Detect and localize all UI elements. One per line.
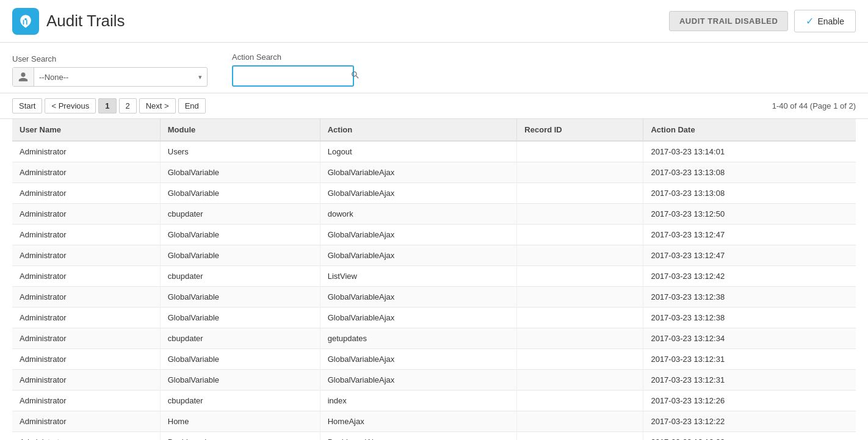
cell-14-0: Administrator bbox=[12, 432, 160, 441]
cell-2-2: GlobalVariableAjax bbox=[320, 183, 517, 204]
search-row: User Search --None-- ▾ Action Search bbox=[12, 52, 856, 87]
cell-1-1: GlobalVariable bbox=[160, 162, 320, 183]
start-button[interactable]: Start bbox=[12, 98, 42, 114]
cell-8-3 bbox=[517, 308, 643, 328]
cell-2-4: 2017-03-23 13:13:08 bbox=[643, 183, 856, 204]
page-2-button[interactable]: 2 bbox=[119, 98, 137, 114]
table-row: Administratorcbupdatergetupdates2017-03-… bbox=[12, 328, 856, 349]
table-row: Administratorcbupdaterdowork2017-03-23 1… bbox=[12, 204, 856, 225]
cell-1-3 bbox=[517, 162, 643, 183]
app-icon bbox=[12, 8, 39, 35]
cell-7-4: 2017-03-23 13:12:38 bbox=[643, 287, 856, 308]
user-search-dropdown-arrow[interactable]: ▾ bbox=[193, 70, 207, 85]
search-area: User Search --None-- ▾ Action Search bbox=[0, 43, 868, 93]
table-row: AdministratorDashboardDashboardAjax2017-… bbox=[12, 432, 856, 441]
action-search-icon[interactable] bbox=[345, 67, 365, 85]
action-search-label: Action Search bbox=[232, 52, 354, 62]
action-search-group: Action Search bbox=[232, 52, 354, 87]
col-module: Module bbox=[160, 119, 320, 141]
user-search-value: --None-- bbox=[34, 69, 193, 85]
cell-0-4: 2017-03-23 13:14:01 bbox=[643, 141, 856, 162]
cell-9-2: getupdates bbox=[320, 328, 517, 349]
cell-11-1: GlobalVariable bbox=[160, 370, 320, 391]
header-left: Audit Trails bbox=[12, 8, 125, 35]
cell-13-2: HomeAjax bbox=[320, 411, 517, 432]
cell-3-1: cbupdater bbox=[160, 204, 320, 225]
cell-8-4: 2017-03-23 13:12:38 bbox=[643, 308, 856, 328]
cell-4-0: Administrator bbox=[12, 225, 160, 245]
cell-5-2: GlobalVariableAjax bbox=[320, 245, 517, 266]
cell-6-1: cbupdater bbox=[160, 266, 320, 287]
table-header-row: User Name Module Action Record ID Action… bbox=[12, 119, 856, 141]
user-search-label: User Search bbox=[12, 54, 208, 63]
cell-4-2: GlobalVariableAjax bbox=[320, 225, 517, 245]
cell-3-2: dowork bbox=[320, 204, 517, 225]
table-row: AdministratorGlobalVariableGlobalVariabl… bbox=[12, 245, 856, 266]
col-record-id: Record ID bbox=[517, 119, 643, 141]
header: Audit Trails AUDIT TRAIL DISABLED ✓ Enab… bbox=[0, 0, 868, 43]
cell-12-0: Administrator bbox=[12, 391, 160, 411]
cell-7-0: Administrator bbox=[12, 287, 160, 308]
cell-7-2: GlobalVariableAjax bbox=[320, 287, 517, 308]
cell-4-1: GlobalVariable bbox=[160, 225, 320, 245]
table-row: AdministratorGlobalVariableGlobalVariabl… bbox=[12, 162, 856, 183]
page-1-button[interactable]: 1 bbox=[98, 98, 116, 114]
page-title: Audit Trails bbox=[46, 12, 125, 31]
pagination-info: 1-40 of 44 (Page 1 of 2) bbox=[772, 101, 856, 110]
cell-4-4: 2017-03-23 13:12:47 bbox=[643, 225, 856, 245]
cell-12-1: cbupdater bbox=[160, 391, 320, 411]
cell-7-1: GlobalVariable bbox=[160, 287, 320, 308]
cell-1-2: GlobalVariableAjax bbox=[320, 162, 517, 183]
cell-9-4: 2017-03-23 13:12:34 bbox=[643, 328, 856, 349]
cell-14-2: DashboardAjax bbox=[320, 432, 517, 441]
cell-6-0: Administrator bbox=[12, 266, 160, 287]
cell-2-3 bbox=[517, 183, 643, 204]
next-button[interactable]: Next > bbox=[139, 98, 176, 114]
header-right: AUDIT TRAIL DISABLED ✓ Enable bbox=[669, 10, 856, 32]
cell-11-4: 2017-03-23 13:12:31 bbox=[643, 370, 856, 391]
table-row: AdministratorGlobalVariableGlobalVariabl… bbox=[12, 370, 856, 391]
cell-6-4: 2017-03-23 13:12:42 bbox=[643, 266, 856, 287]
cell-1-0: Administrator bbox=[12, 162, 160, 183]
cell-8-0: Administrator bbox=[12, 308, 160, 328]
cell-13-1: Home bbox=[160, 411, 320, 432]
pagination-area: Start < Previous 1 2 Next > End 1-40 of … bbox=[0, 93, 868, 119]
cell-4-3 bbox=[517, 225, 643, 245]
col-action-date: Action Date bbox=[643, 119, 856, 141]
cell-14-1: Dashboard bbox=[160, 432, 320, 441]
cell-9-1: cbupdater bbox=[160, 328, 320, 349]
table-row: AdministratorGlobalVariableGlobalVariabl… bbox=[12, 349, 856, 370]
table-body: AdministratorUsersLogout2017-03-23 13:14… bbox=[12, 141, 856, 440]
cell-0-0: Administrator bbox=[12, 141, 160, 162]
cell-13-3 bbox=[517, 411, 643, 432]
cell-10-3 bbox=[517, 349, 643, 370]
cell-11-3 bbox=[517, 370, 643, 391]
previous-button[interactable]: < Previous bbox=[45, 98, 96, 114]
cell-8-2: GlobalVariableAjax bbox=[320, 308, 517, 328]
table-container: User Name Module Action Record ID Action… bbox=[0, 119, 868, 440]
cell-2-1: GlobalVariable bbox=[160, 183, 320, 204]
end-button[interactable]: End bbox=[178, 98, 206, 114]
cell-13-0: Administrator bbox=[12, 411, 160, 432]
action-search-wrapper bbox=[232, 65, 354, 87]
cell-6-3 bbox=[517, 266, 643, 287]
cell-8-1: GlobalVariable bbox=[160, 308, 320, 328]
cell-3-3 bbox=[517, 204, 643, 225]
cell-10-1: GlobalVariable bbox=[160, 349, 320, 370]
action-search-input[interactable] bbox=[233, 68, 345, 84]
cell-1-4: 2017-03-23 13:13:08 bbox=[643, 162, 856, 183]
table-row: AdministratorGlobalVariableGlobalVariabl… bbox=[12, 308, 856, 328]
table-row: Administratorcbupdaterindex2017-03-23 13… bbox=[12, 391, 856, 411]
cell-2-0: Administrator bbox=[12, 183, 160, 204]
cell-10-2: GlobalVariableAjax bbox=[320, 349, 517, 370]
cell-3-0: Administrator bbox=[12, 204, 160, 225]
checkmark-icon: ✓ bbox=[806, 15, 814, 27]
cell-3-4: 2017-03-23 13:12:50 bbox=[643, 204, 856, 225]
cell-5-0: Administrator bbox=[12, 245, 160, 266]
table-row: AdministratorcbupdaterListView2017-03-23… bbox=[12, 266, 856, 287]
cell-12-4: 2017-03-23 13:12:26 bbox=[643, 391, 856, 411]
table-row: AdministratorGlobalVariableGlobalVariabl… bbox=[12, 287, 856, 308]
enable-button[interactable]: ✓ Enable bbox=[794, 10, 856, 32]
col-username: User Name bbox=[12, 119, 160, 141]
cell-12-3 bbox=[517, 391, 643, 411]
